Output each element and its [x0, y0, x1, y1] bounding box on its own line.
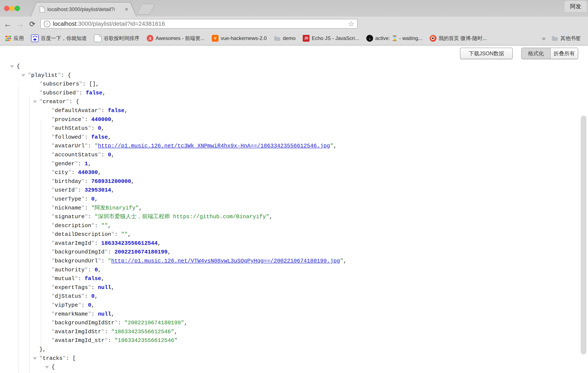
baidu-paw-icon [31, 34, 39, 42]
json-quote: " [76, 90, 79, 96]
json-quote: " [52, 152, 55, 158]
json-quote: " [63, 355, 66, 362]
json-key: province [55, 116, 81, 123]
json-colon: : [78, 275, 84, 282]
json-comma: , [98, 267, 101, 273]
json-key: backgroundImgIdStr [55, 320, 115, 326]
url-text: localhost:3000/playlist/detail?id=243816… [53, 21, 346, 27]
page-info-icon[interactable]: i [44, 21, 50, 27]
bookmark-label: vue-hackernews-2.0 [221, 35, 267, 41]
bookmark-item[interactable]: AAwesomes - 前端资... [147, 35, 204, 42]
json-colon: : [91, 125, 98, 131]
browser-window: localhost:3000/playlist/detail?i × 阿发 ← … [0, 0, 588, 373]
json-colon: : [84, 116, 91, 123]
format-button[interactable]: 格式化 [522, 48, 551, 59]
json-comma: , [101, 125, 105, 131]
down-circle-icon: ↓ [366, 35, 373, 42]
json-punct: { [52, 364, 55, 370]
collapse-arrow-icon[interactable] [33, 101, 37, 103]
download-json-button[interactable]: 下载JSON数据 [460, 48, 513, 59]
profile-chip[interactable]: 阿发 [565, 1, 587, 12]
bookmark-item[interactable]: 百度一下，你就知道 [31, 34, 87, 42]
tab-close-icon[interactable]: × [125, 6, 128, 12]
json-colon: : [94, 223, 101, 229]
json-colon: : [101, 107, 108, 114]
json-key: backgroundUrl [55, 258, 98, 264]
reload-button[interactable]: ⟳ [27, 17, 38, 32]
vertical-scrollbar-thumb[interactable] [581, 116, 586, 354]
json-row: "tracks": [ [0, 354, 582, 363]
json-key: playlist [31, 72, 58, 78]
json-quote: " [39, 355, 43, 362]
other-bookmarks-folder[interactable]: 其他书签 [551, 35, 581, 42]
json-key: userType [55, 196, 81, 202]
json-quote: " [52, 337, 55, 344]
json-quote: " [88, 125, 91, 131]
json-value: false [86, 90, 102, 96]
json-link[interactable]: http://p1.music.126.net/VTW4vsN08vwL3uSQ… [111, 258, 340, 264]
json-quote: " [88, 284, 91, 291]
json-quote: " [98, 107, 101, 114]
json-row: "playlist": { [0, 71, 582, 80]
json-colon: : [108, 337, 114, 344]
json-quote: " [105, 337, 108, 344]
bookmark-item[interactable]: 应用 [5, 35, 24, 42]
json-key: avatarImgId_str [55, 337, 105, 344]
json-punct: { [17, 63, 20, 70]
json-link[interactable]: http://p1.music.126.net/tc3Wk_XNPmwiR4hx… [98, 143, 330, 149]
json-row: "avatarImgIdStr": "18633423556612546", [0, 328, 582, 336]
json-quote: " [108, 258, 111, 264]
collapse-arrow-icon[interactable] [21, 74, 25, 77]
json-row: "authStatus": 0, [0, 124, 582, 133]
collapse-arrow-icon[interactable] [33, 357, 37, 360]
address-bar[interactable]: i localhost:3000/playlist/detail?id=2438… [40, 19, 357, 29]
bookmark-star-icon[interactable]: ☆ [348, 20, 354, 28]
zoom-window-button[interactable] [15, 6, 20, 11]
bookmark-item[interactable]: Vvue-hackernews-2.0 [212, 35, 267, 42]
json-comma: , [111, 116, 115, 123]
bookmark-item[interactable]: 谷歌按时间排序 [94, 34, 139, 42]
json-colon: : [72, 169, 78, 176]
json-colon: : [84, 293, 91, 299]
bookmark-item[interactable]: JSEcho JS - JavaScri... [303, 35, 359, 42]
json-colon: : [84, 205, 91, 211]
json-row: { [0, 363, 582, 372]
collapse-arrow-icon[interactable] [10, 65, 14, 68]
json-value: false [108, 107, 124, 114]
json-row: "defaultAvatar": false, [0, 106, 582, 115]
bookmark-item[interactable]: 我的首页 微博-随时... [430, 35, 487, 42]
forward-button[interactable]: → [14, 17, 25, 32]
new-tab-button[interactable] [136, 4, 155, 15]
json-colon: : [81, 302, 88, 308]
json-row: "accountStatus": 0, [0, 150, 582, 160]
minimize-window-button[interactable] [9, 6, 15, 11]
json-quote: " [52, 258, 55, 264]
collapse-arrow-icon[interactable] [45, 366, 49, 369]
json-key: subscribers [43, 81, 79, 87]
json-row: "nickname": "阿发Binaryify", [0, 204, 582, 213]
json-key: avatarUrl [55, 143, 84, 149]
json-row: "backgroundUrl": "http://p1.music.126.ne… [0, 257, 582, 266]
bookmark-label: Echo JS - JavaScri... [312, 35, 359, 41]
json-key: remarkName [55, 311, 88, 317]
bookmark-item[interactable]: demo [274, 35, 295, 42]
json-key: city [55, 169, 68, 176]
back-button[interactable]: ← [2, 17, 13, 32]
json-key: detailDescription [55, 231, 111, 237]
json-colon: : [101, 152, 108, 158]
json-quote: " [52, 187, 55, 193]
collapse-all-button[interactable]: 折叠所有 [551, 48, 578, 59]
json-quote: " [39, 90, 43, 96]
json-string: "深圳市爱猫人士，前端工程师 https://github.com/Binary… [94, 213, 269, 220]
close-window-button[interactable] [4, 6, 9, 11]
json-value: 32953014 [84, 187, 111, 193]
bookmarks-overflow-icon[interactable]: » [542, 35, 546, 42]
tab-active[interactable]: localhost:3000/playlist/detail?i × [30, 2, 137, 17]
bookmark-item[interactable]: ↓active: ⌛ - waiting... [366, 35, 422, 42]
json-quote: " [81, 196, 84, 202]
json-key: subscribed [43, 90, 76, 96]
json-row: "expertTags": null, [0, 283, 582, 292]
json-quote: " [52, 160, 55, 167]
json-value: 1 [84, 160, 88, 167]
json-quote: " [58, 72, 61, 78]
